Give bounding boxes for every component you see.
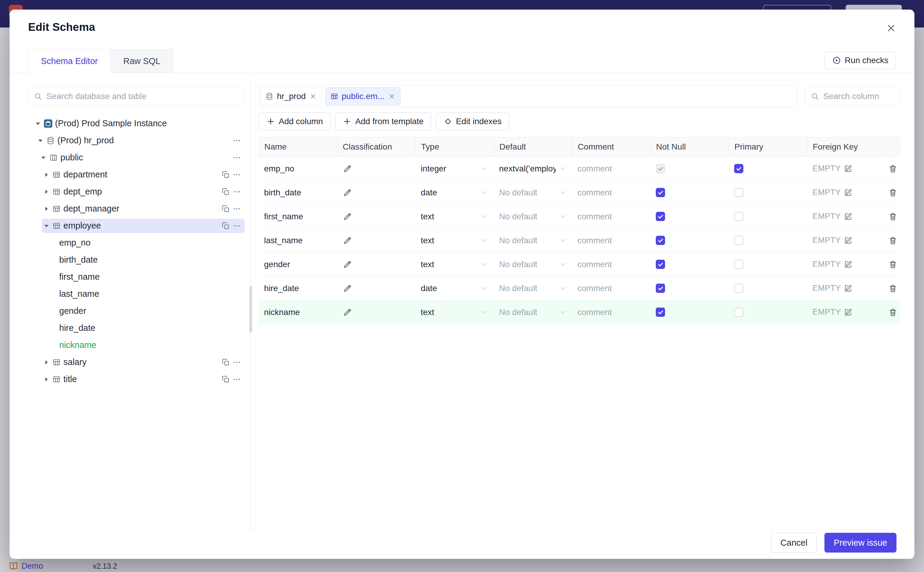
comment-cell[interactable]: comment — [572, 300, 650, 324]
more-actions-icon[interactable] — [233, 375, 241, 384]
type-select[interactable]: date — [415, 277, 494, 300]
classification-edit-icon[interactable] — [343, 235, 353, 246]
duplicate-table-icon[interactable] — [222, 375, 230, 384]
name-cell[interactable]: nickname — [259, 300, 337, 324]
edit-indexes-button[interactable]: Edit indexes — [436, 112, 509, 131]
tree-item-prod-hr-prod[interactable]: (Prod) hr_prod — [28, 132, 245, 149]
tree-item-hire-date[interactable]: hire_date — [28, 320, 245, 337]
preview-issue-button[interactable]: Preview issue — [825, 533, 896, 553]
tree-item-dept-manager[interactable]: dept_manager — [28, 200, 245, 217]
classification-edit-icon[interactable] — [343, 283, 353, 294]
tree-item-dept-emp[interactable]: dept_emp — [28, 183, 245, 200]
delete-column-icon[interactable] — [888, 235, 898, 246]
comment-cell[interactable]: comment — [572, 181, 650, 204]
type-select[interactable]: text — [415, 228, 494, 252]
tree-item-first-name[interactable]: first_name — [28, 268, 245, 285]
duplicate-table-icon[interactable] — [222, 171, 230, 179]
default-select[interactable]: No default — [494, 277, 572, 300]
primary-checkbox[interactable] — [734, 308, 743, 317]
delete-column-icon[interactable] — [888, 164, 898, 174]
duplicate-table-icon[interactable] — [222, 205, 230, 213]
classification-edit-icon[interactable] — [343, 211, 353, 222]
not-null-checkbox[interactable] — [656, 308, 665, 317]
not-null-checkbox[interactable] — [656, 260, 665, 269]
default-select[interactable]: No default — [494, 205, 572, 228]
run-checks-button[interactable]: Run checks — [825, 52, 896, 69]
primary-checkbox[interactable] — [734, 164, 743, 173]
foreign-key-button[interactable]: EMPTY — [812, 236, 852, 245]
delete-column-icon[interactable] — [888, 260, 898, 270]
close-tab-icon[interactable] — [310, 93, 317, 100]
caret-right-icon[interactable] — [43, 376, 50, 382]
foreign-key-button[interactable]: EMPTY — [812, 164, 852, 173]
duplicate-table-icon[interactable] — [222, 358, 230, 367]
name-cell[interactable]: birth_date — [259, 181, 337, 204]
duplicate-table-icon[interactable] — [222, 188, 230, 196]
more-actions-icon[interactable] — [233, 358, 241, 367]
foreign-key-button[interactable]: EMPTY — [812, 308, 852, 317]
caret-down-icon[interactable] — [40, 154, 47, 161]
tree-item-birth-date[interactable]: birth_date — [28, 251, 245, 268]
type-select[interactable]: text — [415, 300, 494, 324]
tree-item-emp-no[interactable]: emp_no — [28, 234, 245, 251]
tab-raw-sql[interactable]: Raw SQL — [111, 49, 173, 73]
comment-cell[interactable]: comment — [572, 157, 650, 180]
cancel-button[interactable]: Cancel — [771, 533, 817, 553]
tree-item-last-name[interactable]: last_name — [28, 285, 245, 302]
comment-cell[interactable]: comment — [572, 277, 650, 300]
tree-item-title[interactable]: title — [28, 371, 245, 388]
primary-checkbox[interactable] — [734, 212, 743, 221]
comment-cell[interactable]: comment — [572, 205, 650, 228]
foreign-key-button[interactable]: EMPTY — [812, 284, 852, 293]
default-select[interactable]: No default — [494, 252, 572, 276]
tree-item-prod-prod-sample-instance[interactable]: (Prod) Prod Sample Instance — [28, 115, 245, 132]
caret-right-icon[interactable] — [43, 359, 50, 365]
foreign-key-button[interactable]: EMPTY — [812, 188, 852, 197]
not-null-checkbox[interactable] — [656, 212, 665, 221]
tree-item-employee[interactable]: employee — [28, 217, 245, 234]
default-select[interactable]: No default — [494, 228, 572, 252]
delete-column-icon[interactable] — [888, 307, 898, 317]
classification-edit-icon[interactable] — [343, 307, 353, 317]
delete-column-icon[interactable] — [888, 188, 898, 198]
caret-down-icon[interactable] — [43, 222, 50, 229]
name-cell[interactable]: hire_date — [259, 277, 337, 300]
primary-checkbox[interactable] — [734, 260, 743, 269]
not-null-checkbox[interactable] — [656, 164, 665, 173]
default-select[interactable]: No default — [494, 300, 572, 324]
close-tab-icon[interactable] — [388, 93, 395, 100]
more-actions-icon[interactable] — [233, 154, 241, 162]
foreign-key-button[interactable]: EMPTY — [812, 212, 852, 221]
classification-edit-icon[interactable] — [343, 164, 353, 174]
tab-schema-editor[interactable]: Schema Editor — [28, 49, 111, 73]
name-cell[interactable]: emp_no — [259, 157, 337, 180]
editor-tab-public-em[interactable]: public.em... — [326, 87, 400, 105]
not-null-checkbox[interactable] — [656, 236, 665, 245]
column-search-input[interactable] — [823, 92, 895, 101]
close-icon[interactable] — [885, 22, 898, 35]
resize-handle[interactable] — [250, 286, 252, 333]
primary-checkbox[interactable] — [734, 236, 743, 245]
caret-right-icon[interactable] — [43, 171, 50, 178]
add-column-button[interactable]: Add column — [259, 112, 330, 131]
tree-item-public[interactable]: public — [28, 149, 245, 166]
more-actions-icon[interactable] — [233, 222, 241, 230]
delete-column-icon[interactable] — [888, 283, 898, 294]
panel-resize-divider[interactable] — [251, 73, 251, 529]
tree-item-gender[interactable]: gender — [28, 302, 245, 320]
type-select[interactable]: date — [415, 181, 494, 204]
primary-checkbox[interactable] — [734, 284, 743, 293]
classification-edit-icon[interactable] — [343, 260, 353, 270]
default-select[interactable]: No default — [494, 181, 572, 204]
name-cell[interactable]: first_name — [259, 205, 337, 228]
type-select[interactable]: text — [415, 205, 494, 228]
caret-down-icon[interactable] — [37, 137, 43, 144]
caret-right-icon[interactable] — [43, 205, 50, 212]
comment-cell[interactable]: comment — [572, 252, 650, 276]
caret-down-icon[interactable] — [35, 120, 41, 127]
not-null-checkbox[interactable] — [656, 188, 665, 197]
tree-item-department[interactable]: department — [28, 166, 245, 183]
type-select[interactable]: integer — [415, 157, 494, 180]
foreign-key-button[interactable]: EMPTY — [812, 260, 852, 269]
more-actions-icon[interactable] — [233, 188, 241, 196]
